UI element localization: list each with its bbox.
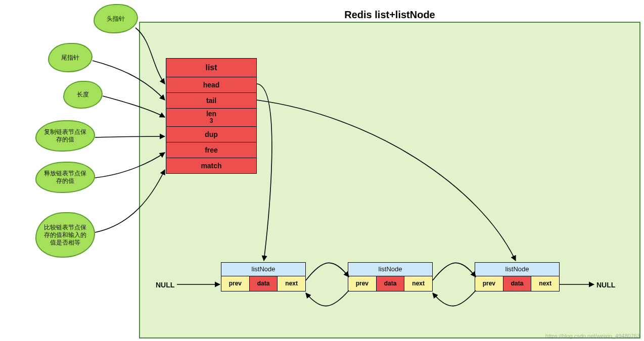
list-node-3: listNode prev data next	[475, 262, 560, 291]
cloud-head-pointer: 头指针	[94, 4, 138, 33]
cloud-dup-desc: 复制链表节点保存的值	[35, 120, 95, 152]
node-header: listNode	[475, 262, 560, 276]
struct-header: list	[166, 59, 256, 77]
struct-row-free: free	[166, 142, 256, 158]
list-struct: list head tail len 3 dup free match	[166, 58, 257, 174]
cloud-free-desc: 释放链表节点保存的值	[35, 162, 95, 193]
node-next: next	[277, 276, 306, 291]
len-value: 3	[166, 118, 256, 124]
diagram-title: Redis list+listNode	[139, 9, 640, 21]
struct-row-match: match	[166, 158, 256, 173]
node-header: listNode	[221, 262, 306, 276]
node-data: data	[377, 276, 404, 291]
struct-row-dup: dup	[166, 127, 256, 142]
node-data: data	[503, 276, 531, 291]
list-node-1: listNode prev data next	[221, 262, 306, 291]
null-right: NULL	[596, 281, 615, 289]
len-label: len	[206, 110, 216, 118]
list-node-2: listNode prev data next	[348, 262, 433, 291]
node-prev: prev	[348, 276, 377, 291]
cloud-tail-pointer: 尾指针	[48, 43, 93, 72]
null-left: NULL	[156, 281, 174, 289]
cloud-match-desc: 比较链表节点保存的值和输入的值是否相等	[35, 212, 95, 258]
watermark: https://blog.csdn.net/weixin_49480763	[545, 333, 640, 339]
node-next: next	[404, 276, 433, 291]
struct-row-tail: tail	[166, 93, 256, 109]
node-header: listNode	[348, 262, 433, 276]
node-prev: prev	[221, 276, 250, 291]
struct-row-len: len 3	[166, 109, 256, 127]
struct-row-head: head	[166, 77, 256, 93]
cloud-length: 长度	[63, 81, 103, 109]
node-data: data	[250, 276, 278, 291]
node-next: next	[531, 276, 560, 291]
node-prev: prev	[475, 276, 503, 291]
